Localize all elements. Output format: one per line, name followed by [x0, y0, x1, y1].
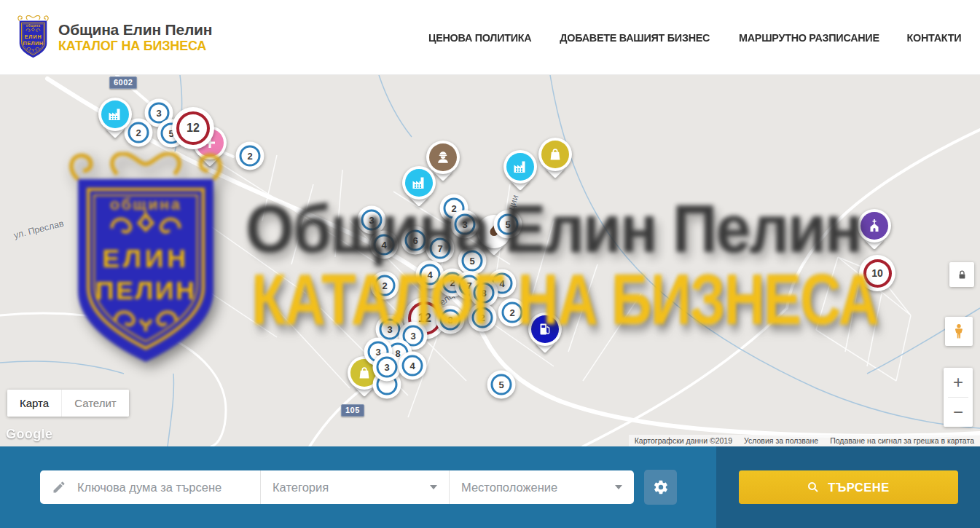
cluster-marker[interactable]: 2 [236, 142, 264, 170]
factory-icon [511, 158, 529, 176]
zoom-control: + − [944, 368, 973, 427]
cluster-marker[interactable]: 2 [371, 272, 399, 300]
svg-text:ПЕЛИН: ПЕЛИН [23, 39, 44, 46]
nav-add-your-business[interactable]: ДОБАВЕТЕ ВАШИЯТ БИЗНЕС [560, 31, 710, 44]
cluster-count: 3 [380, 319, 401, 340]
search-button[interactable]: ТЪРСЕНЕ [739, 470, 958, 504]
keyword-field-wrapper [40, 470, 260, 504]
cluster-count: 5 [462, 251, 483, 272]
chevron-down-icon [615, 485, 622, 489]
factory-icon [106, 106, 124, 123]
site-logo[interactable]: община ЕЛИН ПЕЛИН Община Елин Пелин КАТА… [16, 15, 212, 60]
pegman-icon [950, 323, 968, 340]
map-markers-layer: 3251222353467542274822128338334510 [0, 75, 980, 446]
cluster-marker[interactable]: 4 [399, 352, 427, 380]
logo-text: Община Елин Пелин КАТАЛОГ НА БИЗНЕСА [58, 21, 212, 54]
cluster-count: 10 [863, 259, 892, 288]
nav-pricing-policy[interactable]: ЦЕНОВА ПОЛИТИКА [428, 31, 531, 44]
street-view-pegman-button[interactable] [945, 317, 973, 346]
map-type-map-button[interactable]: Карта [7, 390, 61, 417]
search-bar: Категория Местоположение ТЪРСЕНЕ [0, 446, 980, 528]
zoom-in-button[interactable]: + [944, 368, 973, 397]
cluster-count: 4 [402, 355, 423, 377]
factory-icon [410, 174, 428, 192]
cluster-count: 4 [374, 235, 395, 256]
cluster-count: 2 [375, 275, 396, 296]
pin-marker-factory[interactable] [98, 98, 132, 144]
cluster-marker[interactable]: 2 [498, 299, 527, 327]
pin-marker-bag[interactable] [538, 138, 572, 184]
search-bar-left: Категория Местоположение [0, 446, 716, 528]
bag-icon [356, 364, 373, 382]
bag-icon [546, 146, 564, 163]
main-nav: ЦЕНОВА ПОЛИТИКА ДОБАВЕТЕ ВАШИЯТ БИЗНЕС М… [426, 31, 963, 44]
pin-marker-fuel[interactable] [528, 312, 562, 359]
cluster-marker[interactable]: 5 [487, 371, 516, 399]
pin-disc [405, 169, 433, 197]
cluster-count: 8 [474, 283, 495, 304]
cluster-count: 5 [498, 214, 519, 235]
pin-marker-factory[interactable] [503, 150, 537, 197]
cluster-marker[interactable]: 3 [358, 206, 386, 235]
pin-disc [101, 101, 129, 128]
cluster-count: 4 [420, 264, 441, 285]
cluster-marker[interactable]: 12 [172, 107, 214, 149]
cluster-count: 2 [472, 307, 493, 328]
google-logo[interactable]: Google [6, 427, 52, 442]
cluster-marker[interactable]: 5 [494, 210, 522, 239]
pencil-icon [52, 480, 66, 494]
site-subtitle: КАТАЛОГ НА БИЗНЕСА [58, 39, 212, 54]
map-type-control: Карта Сателит [7, 390, 129, 417]
location-select-label: Местоположение [461, 481, 557, 494]
cluster-count: 3 [455, 214, 476, 235]
cluster-count: 6 [405, 230, 426, 251]
cluster-count: 7 [430, 238, 451, 259]
header: община ЕЛИН ПЕЛИН Община Елин Пелин КАТА… [0, 0, 980, 75]
cluster-count: 8 [440, 310, 461, 331]
cluster-count: 12 [176, 111, 210, 145]
pin-head [858, 209, 891, 243]
nav-contacts[interactable]: КОНТАКТИ [907, 31, 962, 44]
report-map-error-link[interactable]: Подаване на сигнал за грешка в картата [830, 436, 974, 445]
svg-text:ЕЛИН: ЕЛИН [24, 33, 42, 39]
municipality-crest-icon: община ЕЛИН ПЕЛИН [16, 15, 50, 60]
cluster-marker[interactable]: 2 [469, 304, 497, 332]
category-select-label: Категория [273, 481, 329, 494]
cluster-marker[interactable]: 6 [401, 226, 430, 255]
lock-icon [956, 269, 968, 281]
pin-head [98, 98, 132, 131]
business-catalog-page: община ЕЛИН ПЕЛИН Община Елин Пелин КАТА… [0, 0, 980, 528]
fullscreen-lock-button[interactable] [949, 262, 974, 287]
cluster-count: 5 [491, 374, 512, 395]
pin-marker-factory[interactable] [402, 166, 436, 213]
pin-disc [531, 315, 559, 343]
cluster-count: 3 [377, 357, 398, 378]
nav-route-schedule[interactable]: МАРШРУТНО РАЗПИСАНИЕ [739, 31, 879, 44]
location-select[interactable]: Местоположение [449, 470, 634, 504]
cluster-marker[interactable]: 3 [451, 210, 479, 239]
cluster-marker[interactable]: 8 [436, 306, 465, 334]
category-select[interactable]: Категория [260, 470, 449, 504]
pin-head [528, 312, 562, 346]
cluster-count: 2 [502, 302, 523, 323]
keyword-search-input[interactable] [76, 480, 260, 495]
cluster-marker[interactable]: 7 [426, 235, 455, 263]
zoom-out-button[interactable]: − [944, 398, 973, 427]
gear-icon [653, 479, 669, 495]
advanced-settings-button[interactable] [644, 470, 677, 505]
pin-disc [541, 141, 569, 168]
search-button-label: ТЪРСЕНЕ [828, 481, 889, 494]
cluster-marker[interactable]: 5 [458, 247, 487, 275]
terms-of-use-link[interactable]: Условия за ползване [744, 436, 818, 445]
pin-head [402, 166, 436, 200]
pin-head [538, 138, 572, 171]
map-data-copyright: Картографски данни ©2019 [635, 436, 732, 445]
pin-marker-church[interactable] [858, 209, 891, 256]
cluster-marker[interactable]: 4 [370, 231, 399, 259]
cluster-marker[interactable]: 3 [373, 353, 401, 382]
fuel-icon [536, 320, 554, 338]
cluster-marker[interactable]: 10 [859, 255, 895, 291]
church-icon [866, 217, 883, 235]
map-type-satellite-button[interactable]: Сателит [61, 390, 129, 417]
map-viewport[interactable]: 6002 105 ул. Преслав бул. „Новоселци“ ци… [0, 75, 980, 446]
